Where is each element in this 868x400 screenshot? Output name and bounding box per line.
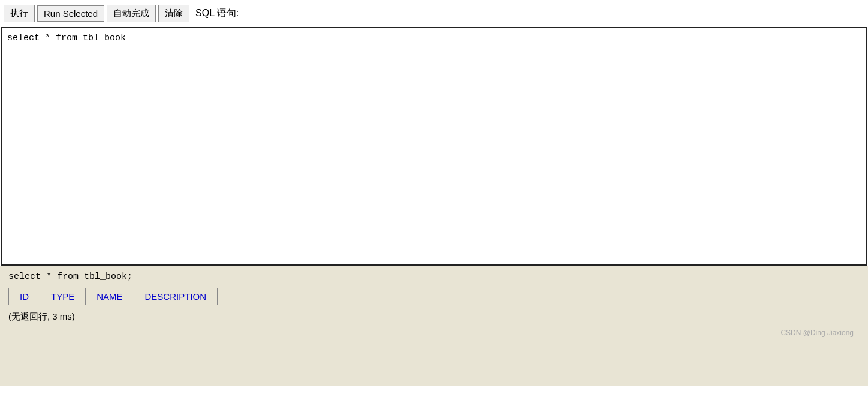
autocomplete-button[interactable]: 自动完成 — [107, 5, 156, 22]
result-status: (无返回行, 3 ms) — [8, 311, 860, 323]
watermark: CSDN @Ding Jiaxiong — [8, 323, 860, 337]
sql-editor[interactable] — [2, 28, 866, 262]
toolbar: 执行 Run Selected 自动完成 清除 SQL 语句: — [0, 0, 868, 27]
results-panel: select * from tbl_book; ID TYPE NAME DES… — [0, 266, 868, 386]
table-header-row: ID TYPE NAME DESCRIPTION — [9, 288, 218, 305]
sql-editor-container — [1, 27, 867, 266]
col-description: DESCRIPTION — [134, 288, 218, 305]
col-type: TYPE — [40, 288, 86, 305]
execute-button[interactable]: 执行 — [4, 5, 35, 22]
col-id: ID — [9, 288, 40, 305]
run-selected-button[interactable]: Run Selected — [37, 5, 104, 22]
executed-query: select * from tbl_book; — [8, 272, 860, 282]
sql-label: SQL 语句: — [195, 7, 239, 20]
results-table: ID TYPE NAME DESCRIPTION — [8, 288, 218, 305]
clear-button[interactable]: 清除 — [158, 5, 189, 22]
col-name: NAME — [86, 288, 134, 305]
